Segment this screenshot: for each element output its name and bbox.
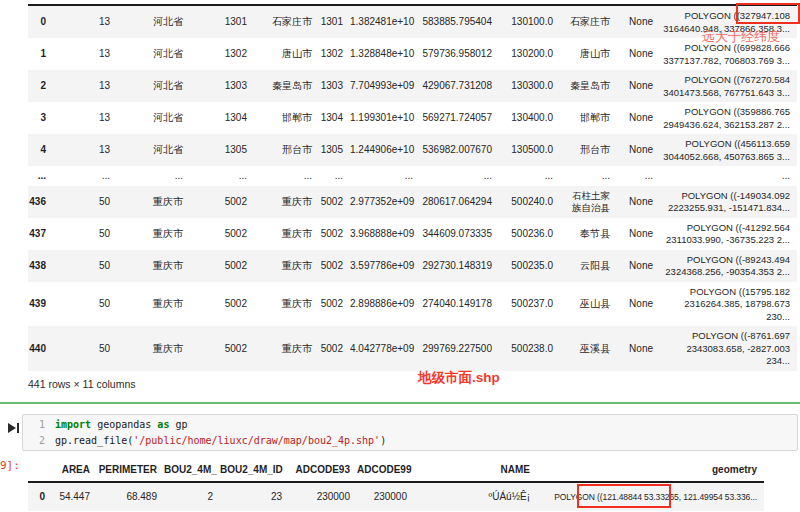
code-editor-cell[interactable]: 1import geopandas as gp2gp.read_file('/p… bbox=[22, 414, 798, 451]
table-cell: ... bbox=[117, 166, 190, 186]
table-cell: POLYGON ((359886.765 2949436.624, 362153… bbox=[660, 102, 797, 134]
table-cell: None bbox=[617, 134, 660, 166]
table-row: 113河北省1302唐山市13021.328848e+10579736.9580… bbox=[28, 38, 797, 70]
table-cell: 河北省 bbox=[117, 134, 190, 166]
table-cell: 68.489 bbox=[97, 482, 164, 512]
table-cell: None bbox=[617, 102, 660, 134]
column-header: ADCODE93 bbox=[289, 461, 357, 482]
table-cell: 1.382481e+10 bbox=[350, 5, 420, 38]
table-cell: 4.042778e+09 bbox=[350, 326, 420, 371]
table-cell: 344609.073335 bbox=[420, 218, 499, 250]
table-cell: 50 bbox=[53, 218, 117, 250]
table-cell: None bbox=[617, 282, 660, 327]
table-cell: 130300.0 bbox=[499, 70, 560, 102]
table-cell: 2.898886e+09 bbox=[350, 282, 420, 327]
table-cell: 1305 bbox=[190, 134, 254, 166]
table-cell: ... bbox=[350, 166, 420, 186]
table-cell: 579736.958012 bbox=[420, 38, 499, 70]
table-cell: 5002 bbox=[190, 186, 254, 218]
column-header: ADCODE99 bbox=[357, 461, 414, 482]
table-cell: 1.199301e+10 bbox=[350, 102, 420, 134]
table-cell: 7.704993e+09 bbox=[350, 70, 420, 102]
table-cell: 重庆市 bbox=[254, 326, 319, 371]
row-index: 437 bbox=[28, 218, 53, 250]
column-header: AREA bbox=[52, 461, 97, 482]
cities-dataframe-table: 013河北省1301石家庄市13011.382481e+10583885.795… bbox=[28, 4, 797, 371]
line-number: 1 bbox=[23, 417, 45, 433]
table-cell: 奉节县 bbox=[560, 218, 617, 250]
row-index: 438 bbox=[28, 250, 53, 282]
table-cell: 5002 bbox=[319, 326, 350, 371]
annotation-box-lonlat-coordinate bbox=[577, 484, 671, 508]
table-cell: 秦皇岛市 bbox=[254, 70, 319, 102]
annotation-box-projected-coordinate bbox=[736, 3, 800, 24]
table-cell: 邢台市 bbox=[560, 134, 617, 166]
table-row: .................................... bbox=[28, 166, 797, 186]
table-cell: 1302 bbox=[319, 38, 350, 70]
table-cell: 5002 bbox=[319, 250, 350, 282]
table-cell: POLYGON ((767270.584 3401473.568, 767751… bbox=[660, 70, 797, 102]
table-cell: 2 bbox=[164, 482, 220, 512]
row-index: ... bbox=[28, 166, 53, 186]
jupyter-notebook-page: 013河北省1301石家庄市13011.382481e+10583885.795… bbox=[0, 0, 800, 512]
table-cell: ... bbox=[254, 166, 319, 186]
table-cell: POLYGON ((15795.182 2316264.385, 18798.6… bbox=[660, 282, 797, 327]
column-header: geometry bbox=[537, 461, 764, 482]
column-header: PERIMETER bbox=[97, 461, 164, 482]
table-cell: ... bbox=[190, 166, 254, 186]
table-cell: 重庆市 bbox=[254, 282, 319, 327]
code-line[interactable]: 2gp.read_file('/public/home/liuxc/draw/m… bbox=[23, 433, 797, 449]
table-cell: 重庆市 bbox=[254, 250, 319, 282]
row-index: 440 bbox=[28, 326, 53, 371]
annotation-much-larger-than-lonlat: 远大于经纬度 bbox=[702, 28, 780, 46]
run-to-bar-icon-svg bbox=[8, 422, 20, 434]
table-cell: 230000 bbox=[357, 482, 414, 512]
table-cell: 50 bbox=[53, 186, 117, 218]
table-cell: 巫山县 bbox=[560, 282, 617, 327]
code-token: gp bbox=[169, 419, 187, 430]
column-header: BOU2_4M_ bbox=[164, 461, 220, 482]
table-cell: 292730.148319 bbox=[420, 250, 499, 282]
table-cell: 石柱土家 族自治县 bbox=[560, 186, 617, 218]
table-cell: 1.244906e+10 bbox=[350, 134, 420, 166]
table-cell: 1302 bbox=[190, 38, 254, 70]
table-cell: 130100.0 bbox=[499, 5, 560, 38]
table-cell: ... bbox=[660, 166, 797, 186]
annotation-shapefile-label: 地级市面.shp bbox=[418, 369, 500, 387]
table-cell: 280617.064294 bbox=[420, 186, 499, 218]
table-cell: ... bbox=[319, 166, 350, 186]
table-cell: 重庆市 bbox=[117, 250, 190, 282]
table-cell: 5002 bbox=[190, 282, 254, 327]
table-cell: 13 bbox=[53, 70, 117, 102]
table-cell: 2.977352e+09 bbox=[350, 186, 420, 218]
table-cell: 1303 bbox=[319, 70, 350, 102]
table-cell: None bbox=[617, 38, 660, 70]
table-cell: 569271.724057 bbox=[420, 102, 499, 134]
table-cell: 5002 bbox=[190, 218, 254, 250]
table-cell: 50 bbox=[53, 250, 117, 282]
table-cell: 河北省 bbox=[117, 70, 190, 102]
table-cell: 500237.0 bbox=[499, 282, 560, 327]
code-line[interactable]: 1import geopandas as gp bbox=[23, 417, 797, 433]
table-cell: 河北省 bbox=[117, 102, 190, 134]
table-cell: ... bbox=[53, 166, 117, 186]
table-cell: 13 bbox=[53, 134, 117, 166]
table-cell: POLYGON ((-8761.697 2343083.658, -2827.0… bbox=[660, 326, 797, 371]
table-cell: 500240.0 bbox=[499, 186, 560, 218]
line-number: 2 bbox=[23, 433, 45, 449]
table-cell: 5002 bbox=[319, 282, 350, 327]
table-cell: 130500.0 bbox=[499, 134, 560, 166]
table-cell: 500235.0 bbox=[499, 250, 560, 282]
table-cell: 唐山市 bbox=[254, 38, 319, 70]
table-row: 43850重庆市5002重庆市50023.597786e+09292730.14… bbox=[28, 250, 797, 282]
run-to-bar-icon[interactable] bbox=[8, 420, 20, 432]
table-cell: 1.328848e+10 bbox=[350, 38, 420, 70]
table-cell: POLYGON ((-89243.494 2324368.256, -90354… bbox=[660, 250, 797, 282]
table-cell: 河北省 bbox=[117, 38, 190, 70]
table-cell: 重庆市 bbox=[254, 186, 319, 218]
table-cell: 130200.0 bbox=[499, 38, 560, 70]
table-cell: None bbox=[617, 5, 660, 38]
table-cell: 唐山市 bbox=[560, 38, 617, 70]
table-cell: 重庆市 bbox=[117, 218, 190, 250]
table-cell: 23 bbox=[220, 482, 289, 512]
